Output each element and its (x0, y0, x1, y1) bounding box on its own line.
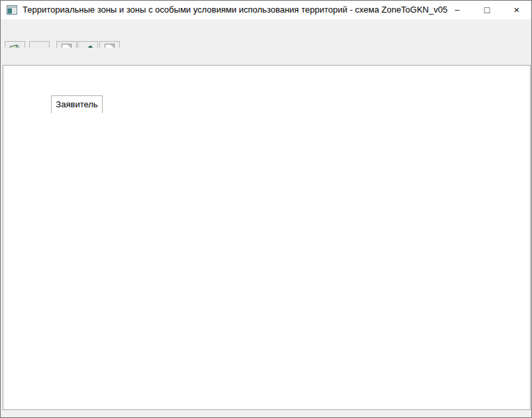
toolbar: ? XML (1, 19, 531, 48)
close-button[interactable]: × (502, 1, 532, 19)
title-bar: Территориальные зоны и зоны с особыми ус… (1, 1, 531, 19)
window-title: Территориальные зоны и зоны с особыми ус… (23, 1, 447, 19)
tab-bar: Документы Заявитель Зоны XML (1, 48, 531, 66)
bottom-strip (3, 410, 531, 417)
app-icon (7, 5, 17, 15)
minimize-button[interactable]: – (442, 1, 472, 19)
applicant-tab-page (3, 65, 531, 410)
application-window: Территориальные зоны и зоны с особыми ус… (0, 0, 532, 418)
tab-applicant[interactable]: Заявитель (51, 95, 103, 113)
maximize-button[interactable]: □ (472, 1, 502, 19)
